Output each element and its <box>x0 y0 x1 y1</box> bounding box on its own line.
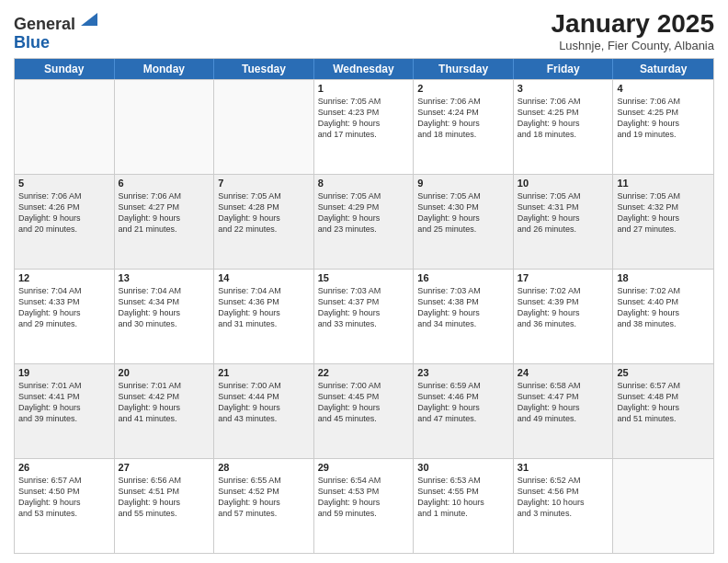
calendar-week-2: 5Sunrise: 7:06 AMSunset: 4:26 PMDaylight… <box>15 174 713 269</box>
day-cell-12: 12Sunrise: 7:04 AMSunset: 4:33 PMDayligh… <box>15 270 115 363</box>
cell-info-line: Daylight: 9 hours <box>518 307 609 318</box>
day-number: 1 <box>318 83 410 94</box>
cell-info-line: Daylight: 9 hours <box>18 497 110 508</box>
cell-info-line: Sunrise: 6:59 AM <box>417 380 509 391</box>
day-number: 29 <box>318 462 410 473</box>
day-number: 8 <box>318 178 410 189</box>
day-number: 7 <box>218 178 310 189</box>
header-day-wednesday: Wednesday <box>314 59 415 79</box>
cell-info-line: Sunrise: 6:52 AM <box>518 475 609 486</box>
calendar-week-5: 26Sunrise: 6:57 AMSunset: 4:50 PMDayligh… <box>15 458 713 553</box>
cell-info-line: Sunrise: 7:04 AM <box>18 285 110 296</box>
cell-info-line: and 41 minutes. <box>119 413 210 424</box>
cell-info-line: Sunset: 4:32 PM <box>617 201 710 213</box>
day-cell-24: 24Sunrise: 6:58 AMSunset: 4:47 PMDayligh… <box>514 364 614 458</box>
day-cell-25: 25Sunrise: 6:57 AMSunset: 4:48 PMDayligh… <box>613 364 713 458</box>
cell-info-line: Sunrise: 7:05 AM <box>318 190 410 201</box>
cell-info-line: Sunrise: 6:57 AM <box>617 380 710 391</box>
cell-info-line: Sunrise: 7:05 AM <box>617 190 710 201</box>
cell-info-line: Sunrise: 6:55 AM <box>218 475 310 486</box>
cell-info-line: Sunset: 4:47 PM <box>518 391 609 402</box>
calendar-header: SundayMondayTuesdayWednesdayThursdayFrid… <box>15 59 713 79</box>
cell-info-line: Sunset: 4:53 PM <box>318 486 410 497</box>
day-cell-19: 19Sunrise: 7:01 AMSunset: 4:41 PMDayligh… <box>15 364 115 458</box>
cell-info-line: Sunset: 4:33 PM <box>18 296 110 307</box>
cell-info-line: Daylight: 9 hours <box>218 497 310 508</box>
day-cell-10: 10Sunrise: 7:05 AMSunset: 4:31 PMDayligh… <box>514 175 614 269</box>
cell-info-line: and 53 minutes. <box>18 508 110 519</box>
cell-info-line: Sunrise: 7:05 AM <box>417 190 509 201</box>
logo-block: General Blue <box>14 9 97 52</box>
cell-info-line: Daylight: 9 hours <box>518 213 609 224</box>
day-cell-26: 26Sunrise: 6:57 AMSunset: 4:50 PMDayligh… <box>15 459 115 553</box>
cell-info-line: Sunset: 4:50 PM <box>18 486 110 497</box>
cell-info-line: Sunrise: 7:05 AM <box>518 190 609 201</box>
empty-cell <box>214 80 314 174</box>
cell-info-line: Sunset: 4:39 PM <box>518 296 609 307</box>
day-number: 10 <box>518 178 609 189</box>
cell-info-line: Sunrise: 7:00 AM <box>218 380 310 391</box>
cell-info-line: Sunset: 4:23 PM <box>318 107 410 118</box>
cell-info-line: Sunset: 4:36 PM <box>218 296 310 307</box>
cell-info-line: Sunset: 4:44 PM <box>218 391 310 402</box>
cell-info-line: and 36 minutes. <box>518 318 609 329</box>
cell-info-line: and 57 minutes. <box>218 508 310 519</box>
cell-info-line: and 38 minutes. <box>617 318 710 329</box>
cell-info-line: and 47 minutes. <box>417 413 509 424</box>
calendar-body: 1Sunrise: 7:05 AMSunset: 4:23 PMDaylight… <box>15 79 713 553</box>
cell-info-line: Sunset: 4:55 PM <box>417 486 509 497</box>
cell-info-line: Sunrise: 7:01 AM <box>119 380 210 391</box>
header-day-saturday: Saturday <box>613 59 713 79</box>
day-cell-16: 16Sunrise: 7:03 AMSunset: 4:38 PMDayligh… <box>414 270 514 363</box>
cell-info-line: and 34 minutes. <box>417 318 509 329</box>
cell-info-line: and 19 minutes. <box>617 129 710 140</box>
logo: General Blue <box>14 9 97 52</box>
cell-info-line: Sunrise: 7:05 AM <box>218 190 310 201</box>
day-cell-1: 1Sunrise: 7:05 AMSunset: 4:23 PMDaylight… <box>314 80 415 174</box>
calendar-week-3: 12Sunrise: 7:04 AMSunset: 4:33 PMDayligh… <box>15 269 713 363</box>
cell-info-line: Daylight: 9 hours <box>318 307 410 318</box>
cell-info-line: and 18 minutes. <box>518 129 609 140</box>
day-number: 31 <box>518 462 609 473</box>
day-cell-28: 28Sunrise: 6:55 AMSunset: 4:52 PMDayligh… <box>214 459 314 553</box>
cell-info-line: Sunset: 4:24 PM <box>417 107 509 118</box>
cell-info-line: and 21 minutes. <box>119 224 210 235</box>
day-cell-23: 23Sunrise: 6:59 AMSunset: 4:46 PMDayligh… <box>414 364 514 458</box>
cell-info-line: and 49 minutes. <box>518 413 609 424</box>
cell-info-line: Sunrise: 7:03 AM <box>417 285 509 296</box>
day-cell-7: 7Sunrise: 7:05 AMSunset: 4:28 PMDaylight… <box>214 175 314 269</box>
day-number: 14 <box>218 272 310 283</box>
day-number: 13 <box>119 272 210 283</box>
cell-info-line: and 3 minutes. <box>518 508 609 519</box>
cell-info-line: Daylight: 9 hours <box>518 402 609 413</box>
cell-info-line: and 22 minutes. <box>218 224 310 235</box>
header-day-sunday: Sunday <box>15 59 115 79</box>
cell-info-line: Sunset: 4:42 PM <box>119 391 210 402</box>
day-number: 23 <box>417 367 509 378</box>
cell-info-line: Sunset: 4:46 PM <box>417 391 509 402</box>
cell-info-line: Daylight: 9 hours <box>318 118 410 129</box>
cell-info-line: Sunrise: 6:57 AM <box>18 475 110 486</box>
day-cell-30: 30Sunrise: 6:53 AMSunset: 4:55 PMDayligh… <box>414 459 514 553</box>
cell-info-line: Sunset: 4:30 PM <box>417 201 509 213</box>
cell-info-line: Sunset: 4:40 PM <box>617 296 710 307</box>
title-block: January 2025 Lushnje, Fier County, Alban… <box>552 9 714 52</box>
day-cell-8: 8Sunrise: 7:05 AMSunset: 4:29 PMDaylight… <box>314 175 415 269</box>
cell-info-line: Daylight: 9 hours <box>218 307 310 318</box>
cell-info-line: Daylight: 9 hours <box>617 307 710 318</box>
day-cell-2: 2Sunrise: 7:06 AMSunset: 4:24 PMDaylight… <box>414 80 514 174</box>
cell-info-line: Sunrise: 7:06 AM <box>119 190 210 201</box>
cell-info-line: Sunset: 4:26 PM <box>18 201 110 213</box>
page: General Blue January 2025 Lushnje, Fier … <box>0 0 728 563</box>
cell-info-line: Daylight: 9 hours <box>119 497 210 508</box>
cell-info-line: and 51 minutes. <box>617 413 710 424</box>
cell-info-line: Sunset: 4:56 PM <box>518 486 609 497</box>
day-cell-22: 22Sunrise: 7:00 AMSunset: 4:45 PMDayligh… <box>314 364 415 458</box>
day-cell-14: 14Sunrise: 7:04 AMSunset: 4:36 PMDayligh… <box>214 270 314 363</box>
cell-info-line: Daylight: 9 hours <box>617 118 710 129</box>
cell-info-line: Sunset: 4:52 PM <box>218 486 310 497</box>
cell-info-line: and 27 minutes. <box>617 224 710 235</box>
cell-info-line: Sunset: 4:31 PM <box>518 201 609 213</box>
cell-info-line: Daylight: 9 hours <box>119 402 210 413</box>
day-number: 30 <box>417 462 509 473</box>
